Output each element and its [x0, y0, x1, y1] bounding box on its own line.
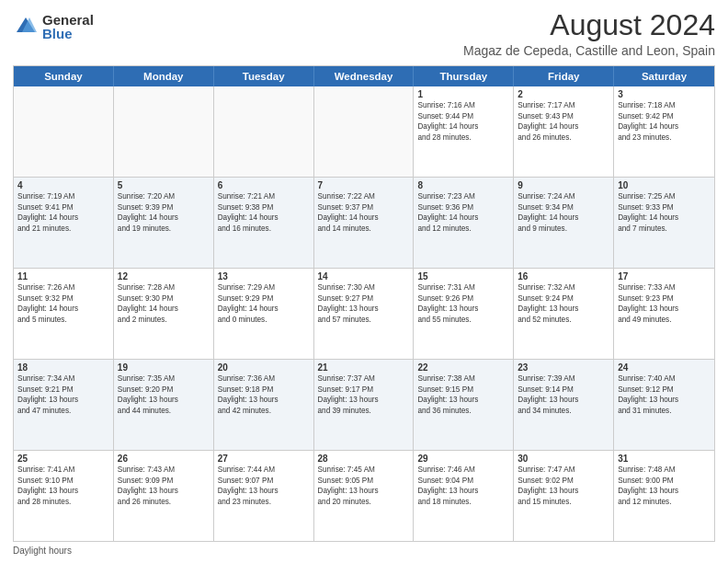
day-info: Sunrise: 7:30 AM Sunset: 9:27 PM Dayligh…	[318, 282, 410, 325]
header-day-sunday: Sunday	[14, 66, 114, 86]
day-info: Sunrise: 7:32 AM Sunset: 9:24 PM Dayligh…	[518, 282, 609, 325]
day-number: 16	[518, 271, 609, 282]
header-day-saturday: Saturday	[614, 66, 714, 86]
calendar-week-1: 1Sunrise: 7:16 AM Sunset: 9:44 PM Daylig…	[14, 86, 714, 178]
day-cell-14: 14Sunrise: 7:30 AM Sunset: 9:27 PM Dayli…	[314, 269, 415, 359]
day-number: 27	[218, 454, 310, 464]
day-info: Sunrise: 7:24 AM Sunset: 9:34 PM Dayligh…	[518, 191, 609, 234]
day-info: Sunrise: 7:41 AM Sunset: 9:10 PM Dayligh…	[17, 465, 109, 507]
logo-icon	[13, 14, 39, 40]
day-cell-29: 29Sunrise: 7:46 AM Sunset: 9:04 PM Dayli…	[414, 451, 514, 541]
day-number: 21	[318, 362, 410, 373]
day-info: Sunrise: 7:40 AM Sunset: 9:12 PM Dayligh…	[618, 373, 711, 416]
day-cell-22: 22Sunrise: 7:38 AM Sunset: 9:15 PM Dayli…	[414, 360, 514, 450]
day-cell-25: 25Sunrise: 7:41 AM Sunset: 9:10 PM Dayli…	[14, 451, 114, 541]
day-number: 4	[17, 180, 109, 190]
day-info: Sunrise: 7:37 AM Sunset: 9:17 PM Dayligh…	[318, 373, 410, 416]
day-info: Sunrise: 7:26 AM Sunset: 9:32 PM Dayligh…	[17, 282, 109, 325]
day-cell-21: 21Sunrise: 7:37 AM Sunset: 9:17 PM Dayli…	[314, 360, 415, 450]
day-number: 28	[318, 454, 410, 464]
day-number: 10	[618, 180, 711, 190]
header-day-monday: Monday	[114, 66, 214, 86]
day-info: Sunrise: 7:19 AM Sunset: 9:41 PM Dayligh…	[17, 191, 109, 234]
day-cell-23: 23Sunrise: 7:39 AM Sunset: 9:14 PM Dayli…	[514, 360, 614, 450]
day-number: 19	[118, 362, 210, 373]
day-info: Sunrise: 7:16 AM Sunset: 9:44 PM Dayligh…	[417, 100, 509, 143]
day-number: 3	[618, 89, 711, 99]
day-cell-24: 24Sunrise: 7:40 AM Sunset: 9:12 PM Dayli…	[614, 360, 714, 450]
day-cell-7: 7Sunrise: 7:22 AM Sunset: 9:37 PM Daylig…	[314, 178, 415, 268]
day-number: 13	[218, 271, 310, 282]
day-cell-15: 15Sunrise: 7:31 AM Sunset: 9:26 PM Dayli…	[414, 269, 514, 359]
day-info: Sunrise: 7:20 AM Sunset: 9:39 PM Dayligh…	[118, 191, 210, 234]
day-cell-31: 31Sunrise: 7:48 AM Sunset: 9:00 PM Dayli…	[614, 451, 714, 541]
logo-text: General Blue	[42, 13, 94, 40]
day-info: Sunrise: 7:36 AM Sunset: 9:18 PM Dayligh…	[218, 373, 310, 416]
header-day-tuesday: Tuesday	[214, 66, 314, 86]
day-cell-28: 28Sunrise: 7:45 AM Sunset: 9:05 PM Dayli…	[314, 451, 415, 541]
day-info: Sunrise: 7:34 AM Sunset: 9:21 PM Dayligh…	[17, 373, 109, 416]
calendar-week-2: 4Sunrise: 7:19 AM Sunset: 9:41 PM Daylig…	[14, 178, 714, 269]
day-cell-2: 2Sunrise: 7:17 AM Sunset: 9:43 PM Daylig…	[514, 86, 614, 177]
calendar: SundayMondayTuesdayWednesdayThursdayFrid…	[13, 65, 715, 542]
day-number: 23	[518, 362, 609, 373]
day-cell-11: 11Sunrise: 7:26 AM Sunset: 9:32 PM Dayli…	[14, 269, 114, 359]
day-number: 18	[17, 362, 109, 373]
day-cell-12: 12Sunrise: 7:28 AM Sunset: 9:30 PM Dayli…	[114, 269, 214, 359]
day-number: 24	[618, 362, 711, 373]
day-info: Sunrise: 7:23 AM Sunset: 9:36 PM Dayligh…	[417, 191, 509, 234]
header-day-wednesday: Wednesday	[314, 66, 415, 86]
day-info: Sunrise: 7:44 AM Sunset: 9:07 PM Dayligh…	[218, 465, 310, 507]
day-info: Sunrise: 7:35 AM Sunset: 9:20 PM Dayligh…	[118, 373, 210, 416]
empty-cell	[214, 86, 314, 177]
day-info: Sunrise: 7:33 AM Sunset: 9:23 PM Dayligh…	[618, 282, 711, 325]
day-number: 7	[318, 180, 410, 190]
day-cell-9: 9Sunrise: 7:24 AM Sunset: 9:34 PM Daylig…	[514, 178, 614, 268]
header: General Blue August 2024 Magaz de Cepeda…	[13, 9, 715, 58]
day-number: 31	[618, 454, 711, 464]
day-info: Sunrise: 7:39 AM Sunset: 9:14 PM Dayligh…	[518, 373, 609, 416]
calendar-week-5: 25Sunrise: 7:41 AM Sunset: 9:10 PM Dayli…	[14, 451, 714, 541]
day-cell-17: 17Sunrise: 7:33 AM Sunset: 9:23 PM Dayli…	[614, 269, 714, 359]
day-number: 15	[417, 271, 509, 282]
empty-cell	[314, 86, 415, 177]
day-cell-13: 13Sunrise: 7:29 AM Sunset: 9:29 PM Dayli…	[214, 269, 314, 359]
day-cell-16: 16Sunrise: 7:32 AM Sunset: 9:24 PM Dayli…	[514, 269, 614, 359]
day-cell-10: 10Sunrise: 7:25 AM Sunset: 9:33 PM Dayli…	[614, 178, 714, 268]
day-info: Sunrise: 7:38 AM Sunset: 9:15 PM Dayligh…	[417, 373, 509, 416]
day-number: 29	[417, 454, 509, 464]
empty-cell	[114, 86, 214, 177]
calendar-body: 1Sunrise: 7:16 AM Sunset: 9:44 PM Daylig…	[14, 86, 714, 541]
day-cell-26: 26Sunrise: 7:43 AM Sunset: 9:09 PM Dayli…	[114, 451, 214, 541]
day-cell-30: 30Sunrise: 7:47 AM Sunset: 9:02 PM Dayli…	[514, 451, 614, 541]
day-number: 14	[318, 271, 410, 282]
logo: General Blue	[13, 13, 94, 40]
day-cell-27: 27Sunrise: 7:44 AM Sunset: 9:07 PM Dayli…	[214, 451, 314, 541]
day-info: Sunrise: 7:31 AM Sunset: 9:26 PM Dayligh…	[417, 282, 509, 325]
calendar-header: SundayMondayTuesdayWednesdayThursdayFrid…	[14, 66, 714, 86]
day-info: Sunrise: 7:28 AM Sunset: 9:30 PM Dayligh…	[118, 282, 210, 325]
day-cell-8: 8Sunrise: 7:23 AM Sunset: 9:36 PM Daylig…	[414, 178, 514, 268]
day-cell-1: 1Sunrise: 7:16 AM Sunset: 9:44 PM Daylig…	[414, 86, 514, 177]
empty-cell	[14, 86, 114, 177]
day-cell-20: 20Sunrise: 7:36 AM Sunset: 9:18 PM Dayli…	[214, 360, 314, 450]
day-info: Sunrise: 7:46 AM Sunset: 9:04 PM Dayligh…	[417, 465, 509, 507]
day-number: 30	[518, 454, 609, 464]
calendar-week-3: 11Sunrise: 7:26 AM Sunset: 9:32 PM Dayli…	[14, 269, 714, 360]
day-number: 25	[17, 454, 109, 464]
day-info: Sunrise: 7:22 AM Sunset: 9:37 PM Dayligh…	[318, 191, 410, 234]
subtitle: Magaz de Cepeda, Castille and Leon, Spai…	[463, 43, 715, 58]
day-cell-18: 18Sunrise: 7:34 AM Sunset: 9:21 PM Dayli…	[14, 360, 114, 450]
day-info: Sunrise: 7:17 AM Sunset: 9:43 PM Dayligh…	[518, 100, 609, 143]
logo-blue: Blue	[42, 27, 94, 40]
calendar-week-4: 18Sunrise: 7:34 AM Sunset: 9:21 PM Dayli…	[14, 360, 714, 451]
day-number: 8	[417, 180, 509, 190]
day-info: Sunrise: 7:48 AM Sunset: 9:00 PM Dayligh…	[618, 465, 711, 507]
day-cell-6: 6Sunrise: 7:21 AM Sunset: 9:38 PM Daylig…	[214, 178, 314, 268]
day-number: 9	[518, 180, 609, 190]
title-block: August 2024 Magaz de Cepeda, Castille an…	[463, 9, 715, 58]
logo-general: General	[42, 13, 94, 27]
day-info: Sunrise: 7:29 AM Sunset: 9:29 PM Dayligh…	[218, 282, 310, 325]
day-number: 5	[118, 180, 210, 190]
day-info: Sunrise: 7:25 AM Sunset: 9:33 PM Dayligh…	[618, 191, 711, 234]
